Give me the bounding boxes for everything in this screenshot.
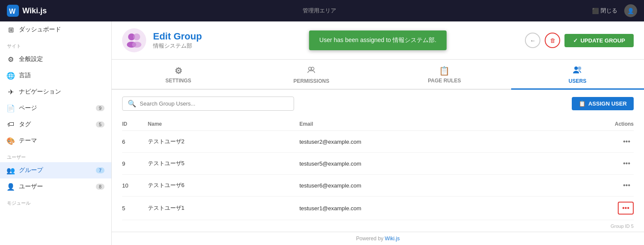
dashboard-icon: ⊞: [7, 26, 15, 33]
row-actions-button[interactable]: •••: [619, 180, 634, 191]
search-input[interactable]: [140, 100, 288, 107]
cell-actions: •••: [555, 153, 634, 175]
close-icon: ⬛: [592, 8, 599, 14]
tab-settings[interactable]: ⚙ SETTINGS: [112, 60, 245, 90]
section-modules: モジュール: [0, 195, 111, 208]
table-row: 9テストユーザ5testuser5@example.com•••: [122, 153, 634, 175]
toast-notification: User has been assigned to 情報システム部.: [309, 30, 447, 50]
section-users: ユーザー: [0, 149, 111, 162]
tags-badge: 5: [96, 121, 104, 127]
users-badge: 8: [96, 184, 104, 190]
svg-point-2: [122, 28, 146, 52]
table-row: 5テストユーザ1testuser1@example.com•••: [122, 197, 634, 220]
sidebar-item-users[interactable]: 👤 ユーザー 8: [0, 178, 111, 195]
sidebar-label-general: 全般設定: [19, 55, 43, 63]
main-layout: ⊞ ダッシュボード サイト ⚙ 全般設定 🌐 言語 ✈ ナビゲーション 📄 ペー…: [0, 21, 644, 245]
topbar-right: ⬛ 閉じる 👤: [592, 4, 637, 17]
section-site: サイト: [0, 38, 111, 51]
permissions-tab-icon: [307, 66, 316, 76]
pages-badge: 9: [96, 105, 104, 111]
content-area: Edit Group 情報システム部 User has been assigne…: [112, 21, 644, 245]
row-actions-button[interactable]: •••: [619, 158, 634, 169]
table-row: 10テストユーザ6testuser6@example.com•••: [122, 175, 634, 197]
sidebar-item-themes[interactable]: 🎨 テーマ: [0, 133, 111, 149]
col-id: ID: [122, 118, 148, 131]
col-actions: Actions: [555, 118, 634, 131]
table-header-row: ID Name Email Actions: [122, 118, 634, 131]
update-group-label: UPDATE GROUP: [580, 37, 625, 44]
table-row: 6テストユーザ2testuser2@example.com•••: [122, 131, 634, 153]
app-logo: W Wiki.js: [7, 5, 47, 17]
checkmark-icon: ✓: [573, 37, 578, 44]
groups-badge: 7: [96, 167, 104, 173]
settings-tab-icon: ⚙: [175, 66, 182, 76]
tab-content-users: 🔍 📋 ASSIGN USER ID Name Email Actions: [112, 90, 644, 232]
globe-icon: 🌐: [7, 72, 15, 79]
svg-point-6: [132, 42, 141, 48]
cell-id: 5: [122, 197, 148, 220]
users-tab-icon: [573, 66, 582, 76]
page-rules-tab-icon: 📋: [439, 66, 450, 76]
sidebar-item-pages[interactable]: 📄 ページ 9: [0, 100, 111, 116]
footer-link[interactable]: Wiki.js: [385, 236, 400, 242]
sidebar-item-label: ダッシュボード: [19, 26, 61, 33]
delete-button[interactable]: 🗑: [545, 33, 560, 48]
cell-email: testuser5@example.com: [299, 153, 555, 175]
svg-point-10: [578, 67, 581, 70]
tab-permissions[interactable]: PERMISSIONS: [245, 60, 378, 90]
sidebar-item-dashboard[interactable]: ⊞ ダッシュボード: [0, 21, 111, 38]
cell-email: testuser2@example.com: [299, 131, 555, 153]
assign-user-button[interactable]: 📋 ASSIGN USER: [572, 97, 634, 110]
tab-page-rules-label: PAGE RULES: [428, 78, 461, 84]
cell-id: 6: [122, 131, 148, 153]
themes-icon: 🎨: [7, 137, 15, 145]
sidebar: ⊞ ダッシュボード サイト ⚙ 全般設定 🌐 言語 ✈ ナビゲーション 📄 ペー…: [0, 21, 112, 245]
update-group-button[interactable]: ✓ UPDATE GROUP: [564, 34, 634, 47]
pages-icon: 📄: [7, 104, 15, 112]
sidebar-label-themes: テーマ: [19, 137, 37, 145]
page-header: Edit Group 情報システム部 User has been assigne…: [112, 21, 644, 60]
delete-icon: 🗑: [550, 37, 555, 44]
row-actions-button[interactable]: •••: [618, 202, 634, 215]
search-bar-row: 🔍 📋 ASSIGN USER: [122, 97, 634, 111]
search-input-wrapper[interactable]: 🔍: [122, 97, 294, 111]
row-actions-button[interactable]: •••: [619, 136, 634, 147]
close-button[interactable]: ⬛ 閉じる: [592, 7, 617, 15]
sidebar-label-navigation: ナビゲーション: [19, 88, 61, 96]
back-button[interactable]: ←: [525, 33, 540, 48]
tab-users-label: USERS: [569, 78, 586, 84]
close-label: 閉じる: [601, 7, 617, 15]
cell-actions: •••: [555, 175, 634, 197]
cell-id: 9: [122, 153, 148, 175]
col-name: Name: [148, 118, 300, 131]
group-avatar-icon: [122, 28, 146, 52]
sidebar-item-tags[interactable]: 🏷 タグ 5: [0, 116, 111, 133]
sidebar-item-groups[interactable]: 👥 グループ 7: [0, 162, 111, 178]
sidebar-label-language: 言語: [19, 72, 31, 79]
navigation-icon: ✈: [7, 88, 15, 96]
sidebar-item-language[interactable]: 🌐 言語: [0, 67, 111, 84]
sidebar-label-tags: タグ: [19, 121, 31, 128]
assign-icon: 📋: [579, 100, 586, 107]
page-header-actions: ← 🗑 ✓ UPDATE GROUP: [525, 33, 634, 48]
cell-id: 10: [122, 175, 148, 197]
group-id-label: Group ID 5: [122, 220, 634, 229]
tab-users[interactable]: USERS: [511, 60, 644, 90]
footer-text: Powered by: [356, 236, 385, 242]
avatar-icon: 👤: [627, 8, 634, 14]
search-icon: 🔍: [128, 100, 136, 108]
cell-actions: •••: [555, 131, 634, 153]
users-icon: 👤: [7, 183, 15, 191]
tab-page-rules[interactable]: 📋 PAGE RULES: [378, 60, 511, 90]
svg-text:W: W: [9, 8, 16, 15]
sidebar-label-users: ユーザー: [19, 183, 43, 191]
footer: Powered by Wiki.js: [112, 232, 644, 245]
avatar[interactable]: 👤: [624, 4, 637, 17]
cell-name: テストユーザ1: [148, 197, 300, 220]
groups-icon: 👥: [7, 166, 15, 174]
tab-permissions-label: PERMISSIONS: [294, 78, 329, 84]
sidebar-item-navigation[interactable]: ✈ ナビゲーション: [0, 84, 111, 100]
app-name: Wiki.js: [22, 6, 47, 15]
sidebar-item-general[interactable]: ⚙ 全般設定: [0, 51, 111, 67]
cell-name: テストユーザ6: [148, 175, 300, 197]
